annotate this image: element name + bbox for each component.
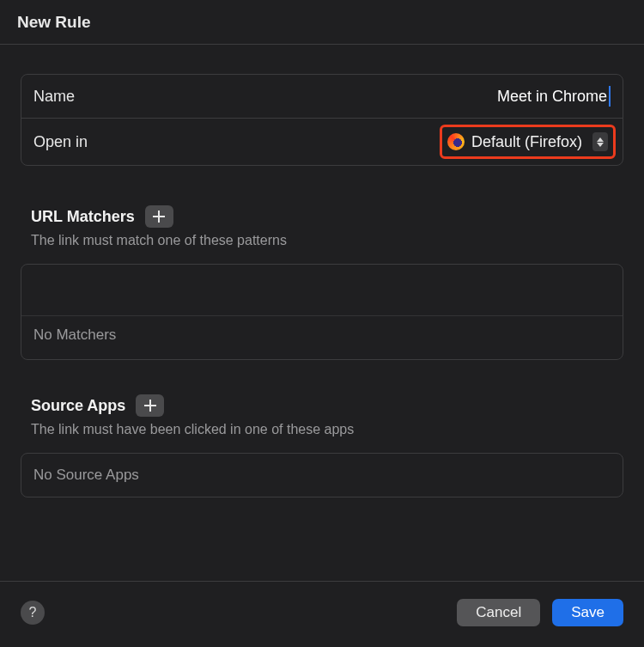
url-matchers-subtitle: The link must match one of these pattern… [21,233,623,248]
url-matchers-title: URL Matchers [31,208,135,226]
plus-icon [153,211,165,223]
add-matcher-button[interactable] [145,205,173,228]
svg-rect-3 [144,405,156,406]
matchers-list: No Matchers [21,264,623,360]
save-button[interactable]: Save [552,599,623,626]
open-in-row: Open in Default (Firefox) [21,118,623,165]
source-apps-subtitle: The link must have been clicked in one o… [21,422,623,437]
matchers-empty: No Matchers [21,316,623,359]
window-title: New Rule [0,0,644,45]
open-in-highlight: Default (Firefox) [440,125,616,159]
chevron-up-down-icon [592,132,608,151]
source-apps-title: Source Apps [31,397,125,415]
rule-form: Name Open in Default (Firefox) [21,74,623,166]
firefox-icon [447,133,465,150]
open-in-label: Open in [33,133,88,151]
add-source-button[interactable] [136,394,164,417]
cancel-button[interactable]: Cancel [457,599,540,626]
name-input[interactable] [92,86,611,107]
open-in-dropdown[interactable]: Default (Firefox) [447,132,608,151]
source-apps-list: No Source Apps [21,453,623,497]
footer: ? Cancel Save [0,581,644,647]
svg-rect-1 [153,216,165,217]
source-apps-section: Source Apps The link must have been clic… [21,394,623,497]
plus-icon [144,400,156,412]
help-button[interactable]: ? [21,601,45,625]
source-apps-empty: No Source Apps [33,467,611,484]
name-row: Name [21,75,623,118]
name-label: Name [33,88,75,106]
url-matchers-section: URL Matchers The link must match one of … [21,205,623,360]
open-in-value: Default (Firefox) [471,133,582,151]
